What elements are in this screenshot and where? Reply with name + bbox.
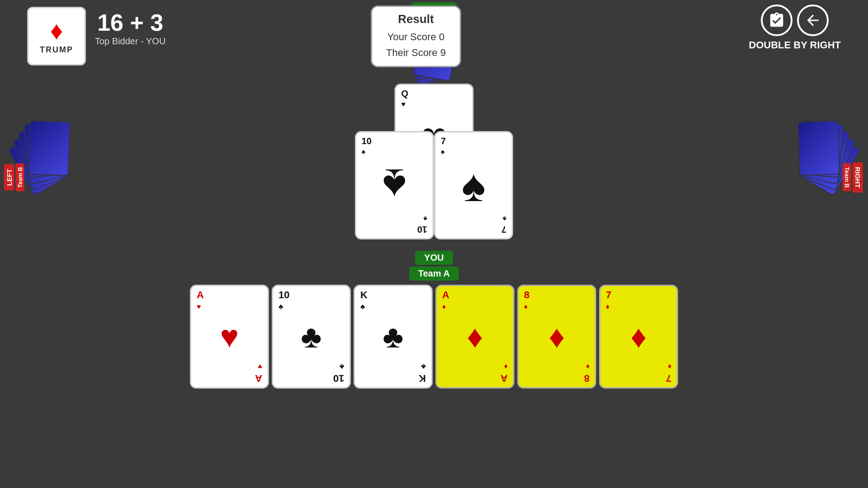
left-player-area: LEFT Team B xyxy=(5,113,81,203)
hand-card-rank-tl: K♣ xyxy=(360,290,368,311)
result-box: Result Your Score 0 Their Score 9 xyxy=(371,5,461,67)
double-by-right-area: DOUBLE BY RIGHT xyxy=(749,5,841,52)
double-label: DOUBLE BY RIGHT xyxy=(749,39,841,52)
right-card-rank: 7♠ xyxy=(441,136,446,156)
hand-card-rank-tl: A♥ xyxy=(197,290,204,311)
clipboard-svg xyxy=(768,12,785,29)
your-team-label: Team A xyxy=(409,267,459,281)
right-player-area: RIGHT Team B xyxy=(787,113,863,203)
right-play-card: ♠ 7♠ 7♠ xyxy=(434,131,513,239)
hand-card-seven-diamonds[interactable]: ♦ 7♦ 7♦ xyxy=(599,285,678,389)
double-icons xyxy=(761,5,829,36)
their-score: Their Score 9 xyxy=(386,45,446,61)
hand-card-rank-br: A♥ xyxy=(255,362,262,384)
left-play-card: ♠ 10♠ 10♠ xyxy=(355,131,434,239)
back-arrow-icon[interactable] xyxy=(797,5,829,36)
result-title: Result xyxy=(386,12,446,26)
trump-suit: ♦ xyxy=(50,18,63,43)
hand-card-rank-br: A♦ xyxy=(500,362,508,384)
right-team-label: Team B xyxy=(843,163,851,191)
bid-display: 16 + 3 Top Bidder - YOU xyxy=(95,9,165,47)
clipboard-icon[interactable] xyxy=(761,5,793,36)
hand-card-rank-br: 8♦ xyxy=(584,362,590,384)
back-arrow-svg xyxy=(804,12,821,29)
you-area: YOU Team A xyxy=(409,251,459,281)
top-card-rank-tl: Q♥ xyxy=(401,89,409,108)
hand-card-rank-br: K♣ xyxy=(419,362,426,384)
hand-card-ace-diamonds[interactable]: ♦ A♦ A♦ xyxy=(435,285,514,389)
hand-card-rank-br: 10♣ xyxy=(333,362,344,384)
hand-card-rank-tl: 10♣ xyxy=(278,290,289,311)
bid-value: 16 + 3 xyxy=(95,9,165,36)
your-score: Your Score 0 xyxy=(386,29,446,45)
left-team-label: Team B xyxy=(16,164,24,192)
hand-card-rank-br: 7♦ xyxy=(666,362,671,384)
hand-card-rank-tl: 8♦ xyxy=(524,290,529,311)
trump-card: ♦ TRUMP xyxy=(27,7,86,66)
left-card-rank: 10♠ xyxy=(417,215,427,235)
left-label: LEFT xyxy=(4,164,14,191)
hand-card-rank-tl: A♦ xyxy=(442,290,449,311)
hand-card-eight-diamonds[interactable]: ♦ 8♦ 8♦ xyxy=(517,285,596,389)
bid-bidder: Top Bidder - YOU xyxy=(95,36,165,47)
hand-card-king-clubs[interactable]: ♣ K♣ K♣ xyxy=(354,285,433,389)
hand-card-ace-hearts[interactable]: ♥ A♥ A♥ xyxy=(190,285,269,389)
center-play-area: ♠ 10♠ 10♠ ♠ 7♠ 7♠ xyxy=(355,131,513,239)
hand-card-rank-tl: 7♦ xyxy=(606,290,611,311)
right-label: RIGHT xyxy=(853,162,863,192)
you-label: YOU xyxy=(415,251,453,265)
player-hand: ♥ A♥ A♥ ♣ 10♣ 10♣ ♣ K♣ K♣ ♦ A♦ A♦ ♦ 8♦ 8… xyxy=(190,285,678,389)
trump-label: TRUMP xyxy=(40,45,73,55)
hand-card-ten-clubs[interactable]: ♣ 10♣ 10♣ xyxy=(272,285,351,389)
